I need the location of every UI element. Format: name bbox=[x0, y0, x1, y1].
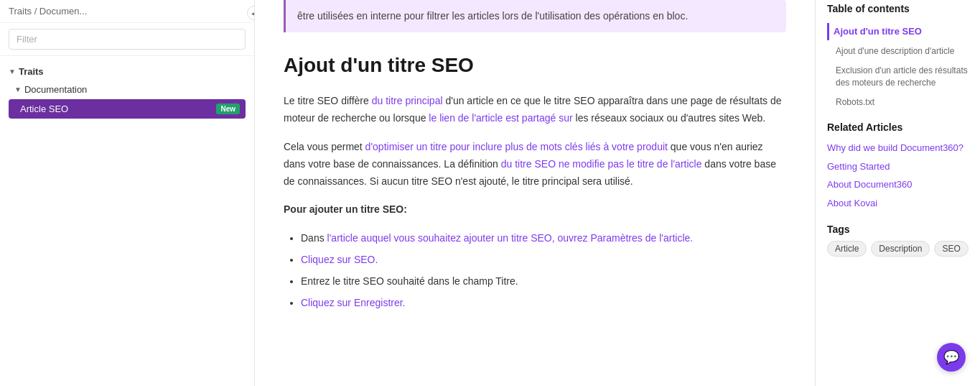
sidebar-content: ▼ Traits ▼ Documentation Article SEO New bbox=[0, 56, 254, 386]
fab-button[interactable]: 💬 bbox=[937, 343, 966, 372]
article-seo-nav-item[interactable]: Article SEO New bbox=[9, 99, 246, 119]
tag-article[interactable]: Article bbox=[827, 241, 867, 257]
related-articles-section: Related Articles Why did we build Docume… bbox=[827, 121, 969, 212]
traits-section: ▼ Traits ▼ Documentation Article SEO New bbox=[0, 62, 254, 119]
toc-section: Table of contents Ajout d'un titre SEO A… bbox=[827, 3, 969, 110]
tags-section: Tags Article Description SEO bbox=[827, 224, 969, 257]
filter-input[interactable] bbox=[9, 29, 246, 50]
article-seo-label: Article SEO bbox=[20, 104, 68, 114]
breadcrumb: Traits / Documen... bbox=[0, 0, 254, 23]
fab-icon: 💬 bbox=[943, 349, 959, 365]
list-item: Dans l'article auquel vous souhaitez ajo… bbox=[301, 230, 786, 247]
article-title: Ajout d'un titre SEO bbox=[284, 52, 786, 78]
related-item-about-kovai[interactable]: About Kovai bbox=[827, 194, 969, 213]
notice-text: être utilisées en interne pour filtrer l… bbox=[297, 10, 688, 22]
related-title: Related Articles bbox=[827, 121, 969, 133]
filter-bar bbox=[0, 23, 254, 56]
tag-description[interactable]: Description bbox=[871, 241, 930, 257]
toc-item-robots[interactable]: Robots.txt bbox=[827, 94, 969, 111]
article-list: Dans l'article auquel vous souhaitez ajo… bbox=[284, 230, 786, 311]
toc-item-ajout-titre[interactable]: Ajout d'un titre SEO bbox=[827, 23, 969, 40]
breadcrumb-text: Traits / Documen... bbox=[9, 6, 87, 17]
documentation-label: Documentation bbox=[24, 84, 87, 95]
new-badge: New bbox=[216, 104, 240, 114]
traits-section-header[interactable]: ▼ Traits bbox=[9, 62, 246, 81]
article-paragraph-1: Le titre SEO diffère du titre principal … bbox=[284, 93, 786, 127]
toc-title: Table of contents bbox=[827, 3, 969, 14]
related-item-why[interactable]: Why did we build Document360? bbox=[827, 139, 969, 157]
main-content: être utilisées en interne pour filtrer l… bbox=[255, 0, 815, 386]
article-paragraph-2: Cela vous permet d'optimiser un titre po… bbox=[284, 139, 786, 190]
traits-label: Traits bbox=[19, 66, 44, 77]
related-item-getting-started[interactable]: Getting Started bbox=[827, 157, 969, 176]
right-sidebar: Table of contents Ajout d'un titre SEO A… bbox=[815, 0, 980, 386]
list-item: Cliquez sur SEO. bbox=[301, 252, 786, 269]
article-bold-label: Pour ajouter un titre SEO: bbox=[284, 201, 786, 219]
article-body: Le titre SEO diffère du titre principal … bbox=[284, 93, 786, 311]
toc-item-description[interactable]: Ajout d'une description d'article bbox=[827, 43, 969, 60]
documentation-chevron-icon: ▼ bbox=[14, 86, 22, 93]
left-sidebar: Traits / Documen... ◀ ▼ Traits ▼ Documen… bbox=[0, 0, 255, 386]
tag-seo[interactable]: SEO bbox=[934, 241, 968, 257]
notice-banner: être utilisées en interne pour filtrer l… bbox=[284, 0, 786, 32]
tags-title: Tags bbox=[827, 224, 969, 235]
toc-item-exclusion[interactable]: Exclusion d'un article des résultats des… bbox=[827, 63, 969, 91]
related-item-about-doc360[interactable]: About Document360 bbox=[827, 175, 969, 194]
list-item: Entrez le titre SEO souhaité dans le cha… bbox=[301, 273, 786, 290]
list-item: Cliquez sur Enregistrer. bbox=[301, 295, 786, 312]
traits-chevron-icon: ▼ bbox=[9, 68, 16, 75]
documentation-subsection-header[interactable]: ▼ Documentation bbox=[9, 81, 246, 98]
tags-container: Article Description SEO bbox=[827, 241, 969, 257]
